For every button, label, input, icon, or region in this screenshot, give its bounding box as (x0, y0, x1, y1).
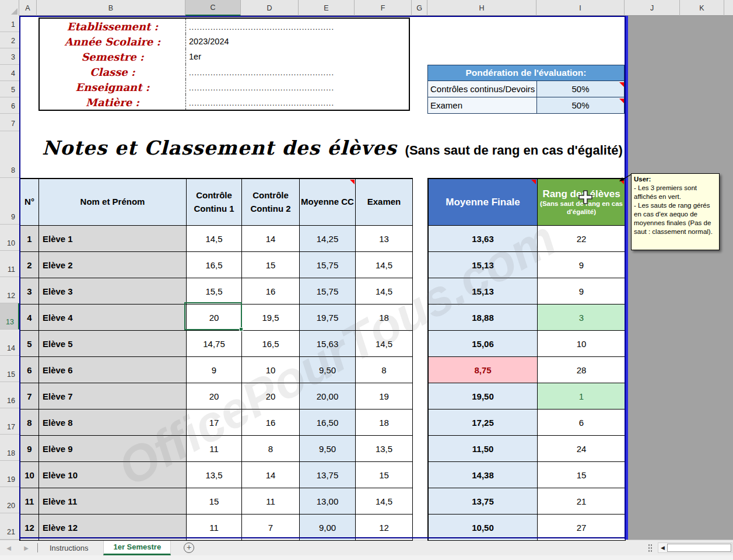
horizontal-scrollbar[interactable]: ◀ (658, 542, 732, 553)
cell-rank[interactable]: 6 (538, 410, 626, 436)
row-header[interactable]: 6 (0, 97, 19, 114)
form-value-cell[interactable]: ........................................… (185, 94, 409, 110)
cell-mcc[interactable]: 16,50 (300, 410, 356, 436)
cell-final-average[interactable]: 8,75 (429, 357, 538, 383)
cell-cc1[interactable]: 11 (187, 436, 242, 462)
cell-student-name[interactable]: Elève 6 (39, 357, 187, 383)
cell-exam[interactable]: 14,5 (356, 488, 413, 514)
scroll-left-icon[interactable]: ◀ (658, 545, 667, 551)
row-header[interactable]: 8 (0, 131, 19, 178)
cell-rank[interactable]: 21 (538, 488, 626, 514)
cell-student-name[interactable]: Elève 10 (39, 462, 187, 488)
cell-student-number[interactable]: 8 (20, 410, 39, 436)
cell-final-average[interactable]: 18,88 (429, 304, 538, 331)
column-header[interactable]: I (536, 0, 625, 16)
cell-mcc[interactable]: 14,25 (300, 226, 356, 252)
scrollbar-thumb[interactable] (667, 544, 731, 552)
cell-cc2[interactable]: 20 (242, 383, 300, 410)
column-header[interactable]: H (427, 0, 536, 16)
header-cc2[interactable]: Contrôle Continu 2 (242, 179, 300, 226)
cell-cc2[interactable]: 11 (242, 488, 300, 514)
cell-student-number[interactable]: 11 (20, 488, 39, 514)
select-all-button[interactable] (0, 0, 19, 16)
row-header[interactable]: 4 (0, 65, 19, 81)
cell-rank[interactable]: 28 (538, 357, 626, 383)
row-header[interactable]: 2 (0, 32, 19, 48)
cell-student-name[interactable]: Elève 9 (39, 436, 187, 462)
cell-cc2[interactable]: 15 (242, 252, 300, 278)
cell-mcc[interactable]: 15,75 (300, 278, 356, 304)
cell-final-average[interactable]: 19,50 (429, 383, 538, 410)
tab-scroll-right-icon[interactable]: ▶ (17, 545, 35, 551)
tab-scroll-left-icon[interactable]: ◀ (0, 545, 17, 551)
column-header[interactable]: A (19, 0, 37, 16)
row-header[interactable]: 16 (0, 382, 19, 408)
cell-final-average[interactable]: 13,75 (429, 488, 538, 514)
cell-cc2[interactable]: 19,5 (242, 304, 300, 331)
column-header[interactable]: D (241, 0, 299, 16)
row-header[interactable]: 20 (0, 487, 19, 513)
header-exam[interactable]: Examen (356, 179, 413, 226)
cell-student-number[interactable]: 1 (20, 226, 39, 252)
cell-student-number[interactable]: 5 (20, 331, 39, 357)
cell-exam[interactable]: 18 (356, 410, 413, 436)
cell-student-number[interactable]: 6 (20, 357, 39, 383)
form-value-cell[interactable]: ........................................… (185, 79, 409, 94)
cell-student-name[interactable]: Elève 7 (39, 383, 187, 410)
column-header[interactable]: G (412, 0, 427, 16)
cell-student-number[interactable]: 4 (20, 304, 39, 331)
cell-mcc[interactable]: 15,63 (300, 331, 356, 357)
cell-student-number[interactable]: 3 (20, 278, 39, 304)
cell-final-average[interactable]: 14,38 (429, 462, 538, 488)
cell-cc1[interactable]: 9 (187, 357, 242, 383)
cell-final-average[interactable]: 15,13 (429, 252, 538, 278)
column-header[interactable]: F (355, 0, 412, 16)
cell-student-name[interactable]: Elève 3 (39, 278, 187, 304)
cell-rank[interactable]: 9 (538, 278, 626, 304)
cell-rank[interactable]: 9 (538, 252, 626, 278)
cell-cc1[interactable]: 15,5 (187, 278, 242, 304)
row-header[interactable]: 14 (0, 330, 19, 356)
cell-exam[interactable]: 14,5 (356, 252, 413, 278)
header-mcc[interactable]: Moyenne CC (300, 179, 356, 226)
cell-mcc[interactable]: 9,50 (300, 436, 356, 462)
cell-rank[interactable]: 22 (538, 226, 626, 252)
cell-exam[interactable]: 18 (356, 304, 413, 331)
header-name[interactable]: Nom et Prénom (39, 179, 187, 226)
cell-final-average[interactable]: 15,06 (429, 331, 538, 357)
header-num[interactable]: N° (20, 179, 39, 226)
row-header[interactable]: 21 (0, 513, 19, 540)
header-cc1[interactable]: Contrôle Continu 1 (187, 179, 242, 226)
row-header[interactable]: 11 (0, 251, 19, 277)
row-header[interactable]: 7 (0, 114, 19, 131)
cell-mcc[interactable]: 19,75 (300, 304, 356, 331)
cell-rank[interactable]: 15 (538, 462, 626, 488)
row-header[interactable]: 10 (0, 225, 19, 251)
cell-cc2[interactable]: 16 (242, 410, 300, 436)
column-header[interactable]: E (299, 0, 355, 16)
tab-instructions[interactable]: Instructions (40, 540, 97, 555)
row-header[interactable]: 1 (0, 16, 19, 32)
row-header[interactable]: 19 (0, 461, 19, 487)
cell-exam[interactable]: 8 (356, 357, 413, 383)
cell-final-average[interactable]: 13,63 (429, 226, 538, 252)
row-header[interactable]: 17 (0, 408, 19, 435)
cell-student-name[interactable]: Elève 11 (39, 488, 187, 514)
cell-rank[interactable]: 24 (538, 436, 626, 462)
cell-rank[interactable]: 10 (538, 331, 626, 357)
cell-mcc[interactable]: 13,75 (300, 462, 356, 488)
cell-student-name[interactable]: Elève 2 (39, 252, 187, 278)
cell-student-number[interactable]: 10 (20, 462, 39, 488)
cell-exam[interactable]: 15 (356, 462, 413, 488)
add-sheet-icon[interactable]: + (184, 542, 194, 553)
fill-handle[interactable] (239, 327, 243, 331)
cell-rank[interactable]: 1 (538, 383, 626, 410)
form-value-cell[interactable]: 1er (185, 49, 409, 64)
cell-student-name[interactable]: Elève 8 (39, 410, 187, 436)
cell-student-name[interactable]: Elève 5 (39, 331, 187, 357)
cell-cc1[interactable]: 16,5 (187, 252, 242, 278)
ponderation-label[interactable]: Contrôles continus/Devoirs (428, 81, 537, 96)
cell-cc2[interactable]: 14 (242, 462, 300, 488)
form-value-cell[interactable]: 2023/2024 (185, 34, 409, 49)
row-header[interactable]: 12 (0, 277, 19, 303)
